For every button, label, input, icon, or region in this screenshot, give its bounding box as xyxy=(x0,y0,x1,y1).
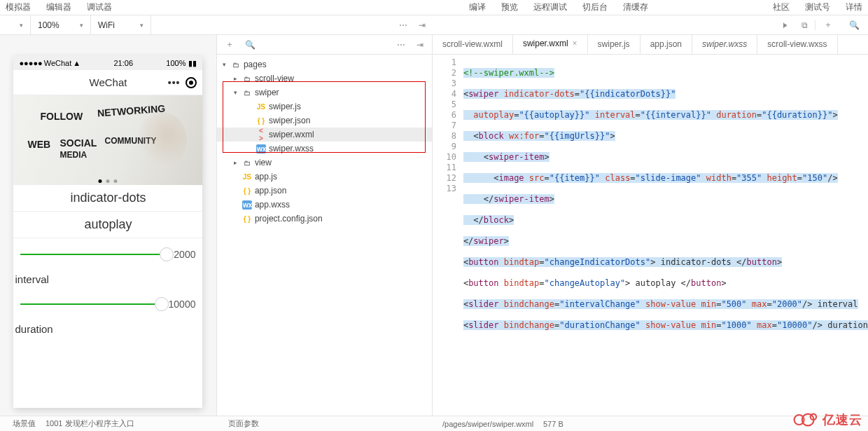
interval-label: interval xyxy=(13,271,202,288)
tree-folder-pages[interactable]: ▾🗀pages xyxy=(217,57,432,71)
menu-community[interactable]: 社区 xyxy=(773,1,790,13)
time-label: 21:06 xyxy=(113,59,133,67)
main-menu: 模拟器 编辑器 调试器 编译 预览 远程调试 切后台 清缓存 社区 测试号 详情 xyxy=(0,0,868,15)
tree-file-swiper-wxml[interactable]: < >swiper.wxml xyxy=(217,128,432,142)
zoom-select[interactable]: 100%▾ xyxy=(31,15,91,34)
tree-collapse-icon[interactable]: ⇥ xyxy=(416,40,424,50)
app-nav-bar: WeChat ••• xyxy=(13,70,202,95)
file-tree: ▾🗀pages ▸🗀scroll-view ▾🗀swiper JSswiper.… xyxy=(217,55,432,226)
swiper-image[interactable]: FOLLOW WEB SOCIAL MEDIA NETWORKING COMMU… xyxy=(13,95,202,185)
more-icon[interactable]: ⋯ xyxy=(399,20,407,30)
search-files-icon[interactable]: 🔍 xyxy=(245,40,255,50)
kw-social: SOCIAL xyxy=(59,137,97,149)
toolbar: ▾ 100%▾ WiFi▾ 🕨 ⧉ ＋ 🔍 ⋯ ⇥ xyxy=(0,15,868,35)
tree-file-app-wxss[interactable]: wxssapp.wxss xyxy=(217,198,432,212)
tab-scroll-view-wxml[interactable]: scroll-view.wxml xyxy=(433,34,513,54)
kw-web: WEB xyxy=(27,139,50,150)
duration-slider-value: 10000 xyxy=(169,299,196,310)
battery-icon: ▮▮ xyxy=(188,59,197,68)
network-select[interactable]: WiFi▾ xyxy=(91,15,151,34)
interval-slider[interactable] xyxy=(20,254,167,255)
tab-swiper-wxss[interactable]: swiper.wxss xyxy=(692,34,757,54)
kw-follow: FOLLOW xyxy=(40,111,83,122)
pagination-dots xyxy=(99,179,118,183)
file-explorer: ＋ 🔍 ⋯ ⇥ ▾🗀pages ▸🗀scroll-view ▾🗀swiper J… xyxy=(217,35,433,431)
menu-details[interactable]: 详情 xyxy=(846,1,862,13)
line-gutter: 12345678910111213 xyxy=(433,55,463,431)
add-file-icon[interactable]: ＋ xyxy=(225,39,234,50)
mute-icon[interactable]: 🕨 xyxy=(775,20,794,30)
menu-background[interactable]: 切后台 xyxy=(582,1,608,13)
code-body[interactable]: <!--swiper.wxml--> <swiper indicator-dot… xyxy=(463,55,868,431)
tree-file-swiper-js[interactable]: JSswiper.js xyxy=(217,100,432,114)
popout-icon[interactable]: ⧉ xyxy=(794,20,816,30)
code-editor[interactable]: 12345678910111213 <!--swiper.wxml--> <sw… xyxy=(433,55,868,431)
signal-icon: ●●●●● xyxy=(19,59,42,67)
menu-clear-cache[interactable]: 清缓存 xyxy=(623,1,648,13)
tree-file-project-config[interactable]: { }project.config.json xyxy=(217,212,432,226)
tree-file-app-json[interactable]: { }app.json xyxy=(217,184,432,198)
tree-more-icon[interactable]: ⋯ xyxy=(397,40,405,50)
capsule-close-icon[interactable] xyxy=(186,77,197,88)
menu-preview[interactable]: 预览 xyxy=(501,1,518,13)
close-icon[interactable]: × xyxy=(573,39,578,48)
duration-slider[interactable] xyxy=(20,303,161,305)
tree-file-app-js[interactable]: JSapp.js xyxy=(217,170,432,184)
page-params-label: 页面参数 xyxy=(228,418,259,429)
tree-file-swiper-json[interactable]: { }swiper.json xyxy=(217,114,432,128)
menu-simulator[interactable]: 模拟器 xyxy=(6,1,31,13)
tree-folder-scroll-view[interactable]: ▸🗀scroll-view xyxy=(217,71,432,85)
capsule-more-icon[interactable]: ••• xyxy=(168,77,181,88)
tree-file-swiper-wxss[interactable]: wxssswiper.wxss xyxy=(217,142,432,156)
tab-app-json[interactable]: app.json xyxy=(640,34,692,54)
tab-scroll-view-wxss[interactable]: scroll-view.wxss xyxy=(757,34,837,54)
menu-debugger[interactable]: 调试器 xyxy=(87,1,112,13)
watermark: 亿速云 xyxy=(789,410,862,430)
menu-editor[interactable]: 编辑器 xyxy=(46,1,71,13)
collapse-icon[interactable]: ⇥ xyxy=(419,20,426,30)
phone-frame: ●●●●● WeChat ▲ 21:06 100% ▮▮ WeChat ••• xyxy=(13,56,202,408)
indicator-dots-button[interactable]: indicator-dots xyxy=(13,185,202,212)
menu-compile[interactable]: 编译 xyxy=(469,1,486,13)
scene-label: 场景值 xyxy=(13,418,36,429)
simulator-pane: ●●●●● WeChat ▲ 21:06 100% ▮▮ WeChat ••• xyxy=(0,35,217,431)
tree-folder-view[interactable]: ▸🗀view xyxy=(217,156,432,170)
file-size: 577 B xyxy=(543,420,564,428)
menu-test-account[interactable]: 测试号 xyxy=(805,1,830,13)
add-tab-icon[interactable]: ＋ xyxy=(816,19,841,31)
menu-remote-debug[interactable]: 远程调试 xyxy=(533,1,567,13)
carrier-label: WeChat xyxy=(44,59,72,67)
status-bar: 场景值 1001 发现栏小程序主入口 页面参数 /pages/swiper/sw… xyxy=(0,416,868,431)
interval-slider-value: 2000 xyxy=(174,249,195,260)
tab-swiper-js[interactable]: swiper.js xyxy=(588,34,640,54)
scene-value: 1001 发现栏小程序主入口 xyxy=(46,418,134,429)
editor-pane: scroll-view.wxml swiper.wxml× swiper.js … xyxy=(433,35,868,431)
phone-status-bar: ●●●●● WeChat ▲ 21:06 100% ▮▮ xyxy=(13,56,202,70)
editor-tabs: scroll-view.wxml swiper.wxml× swiper.js … xyxy=(433,35,868,55)
tree-folder-swiper[interactable]: ▾🗀swiper xyxy=(217,85,432,100)
duration-label: duration xyxy=(13,320,202,338)
battery-label: 100% xyxy=(166,59,186,67)
tab-swiper-wxml[interactable]: swiper.wxml× xyxy=(513,34,588,54)
autoplay-button[interactable]: autoplay xyxy=(13,212,202,238)
file-path: /pages/swiper/swiper.wxml xyxy=(442,420,533,428)
kw-media: MEDIA xyxy=(59,150,87,160)
wifi-icon: ▲ xyxy=(73,59,80,67)
device-select[interactable]: ▾ xyxy=(0,15,31,34)
app-title: WeChat xyxy=(90,76,127,88)
search-icon[interactable]: 🔍 xyxy=(841,20,868,30)
